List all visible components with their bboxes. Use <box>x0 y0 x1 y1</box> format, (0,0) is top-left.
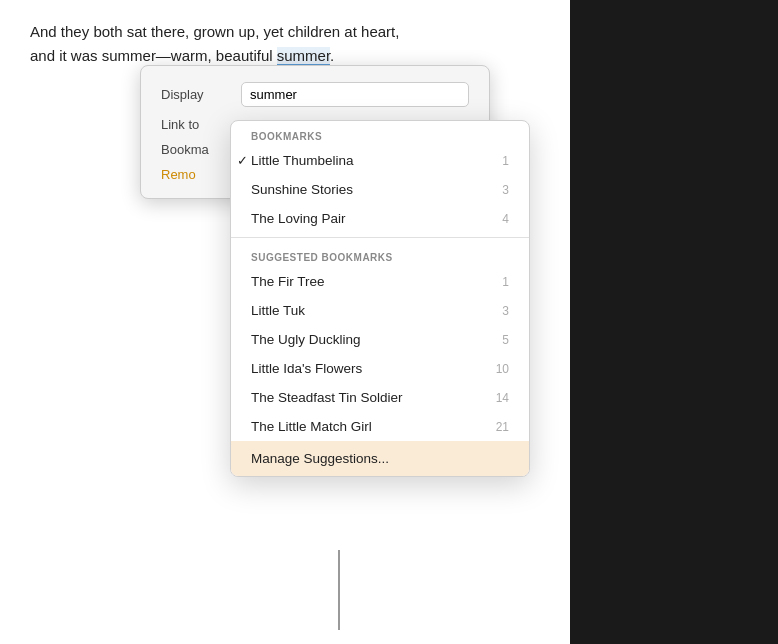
highlighted-word: summer <box>277 47 330 66</box>
suggested-number: 10 <box>496 362 509 376</box>
suggested-title: The Fir Tree <box>251 274 325 289</box>
suggested-number: 5 <box>502 333 509 347</box>
linkto-label: Link to <box>161 117 241 132</box>
suggested-item-ugly-duckling[interactable]: The Ugly Duckling 5 <box>231 325 529 354</box>
bookmark-title: Sunshine Stories <box>251 182 353 197</box>
suggested-title: Little Ida's Flowers <box>251 361 362 376</box>
check-icon: ✓ <box>237 153 248 168</box>
suggested-item-little-tuk[interactable]: Little Tuk 3 <box>231 296 529 325</box>
suggested-number: 1 <box>502 275 509 289</box>
bookmark-number: 1 <box>502 154 509 168</box>
suggested-title: The Ugly Duckling <box>251 332 361 347</box>
suggested-item-tin-soldier[interactable]: The Steadfast Tin Soldier 14 <box>231 383 529 412</box>
suggested-item-idas-flowers[interactable]: Little Ida's Flowers 10 <box>231 354 529 383</box>
bookmark-item-thumbelina[interactable]: ✓ Little Thumbelina 1 <box>231 146 529 175</box>
body-text: And they both sat there, grown up, yet c… <box>30 20 540 68</box>
bookmark-number: 4 <box>502 212 509 226</box>
bookmark-label: Bookma <box>161 142 241 157</box>
manage-suggestions-button[interactable]: Manage Suggestions... <box>231 441 529 476</box>
suggested-number: 21 <box>496 420 509 434</box>
connector-line <box>338 550 340 630</box>
display-label: Display <box>161 87 241 102</box>
dropdown-divider <box>231 237 529 238</box>
suggested-number: 3 <box>502 304 509 318</box>
suggested-item-match-girl[interactable]: The Little Match Girl 21 <box>231 412 529 441</box>
bookmarks-header: BOOKMARKS <box>231 121 529 146</box>
display-row: Display <box>161 82 469 107</box>
bookmark-item-loving-pair[interactable]: The Loving Pair 4 <box>231 204 529 233</box>
suggested-title: The Little Match Girl <box>251 419 372 434</box>
suggested-header: SUGGESTED BOOKMARKS <box>231 242 529 267</box>
bookmark-item-sunshine[interactable]: Sunshine Stories 3 <box>231 175 529 204</box>
bookmark-dropdown: BOOKMARKS ✓ Little Thumbelina 1 Sunshine… <box>230 120 530 477</box>
bookmark-title: Little Thumbelina <box>251 153 354 168</box>
suggested-item-fir-tree[interactable]: The Fir Tree 1 <box>231 267 529 296</box>
suggested-number: 14 <box>496 391 509 405</box>
display-input[interactable] <box>241 82 469 107</box>
suggested-title: The Steadfast Tin Soldier <box>251 390 403 405</box>
bookmark-number: 3 <box>502 183 509 197</box>
suggested-title: Little Tuk <box>251 303 305 318</box>
bookmark-title: The Loving Pair <box>251 211 346 226</box>
